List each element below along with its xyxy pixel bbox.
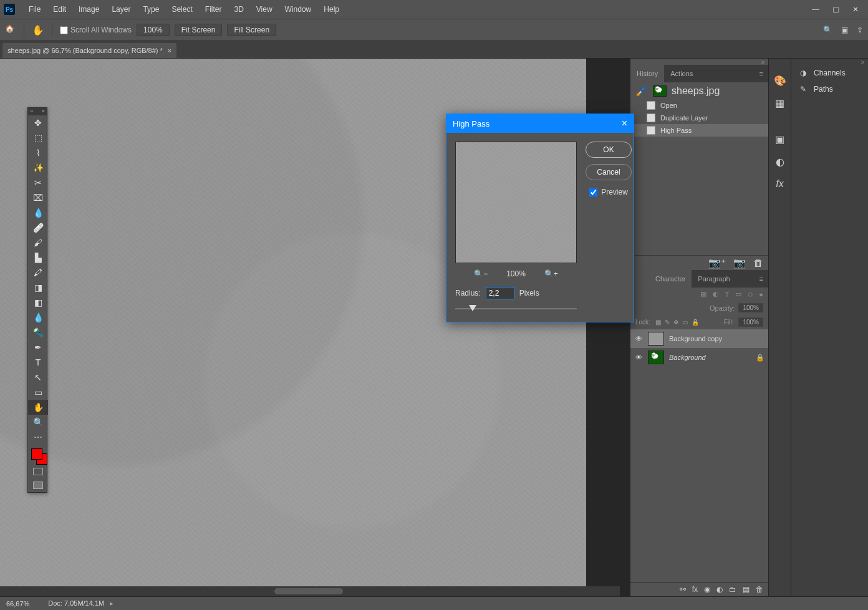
- scroll-all-windows-checkbox[interactable]: Scroll All Windows: [60, 26, 132, 34]
- healing-brush-tool[interactable]: 🩹: [28, 220, 48, 235]
- layer-fx-icon[interactable]: fx: [692, 585, 698, 594]
- document-tab[interactable]: sheeps.jpg @ 66,7% (Background copy, RGB…: [2, 43, 176, 58]
- menu-filter[interactable]: Filter: [199, 5, 228, 14]
- foreground-color[interactable]: [31, 448, 42, 460]
- dodge-tool[interactable]: 🔦: [28, 325, 48, 340]
- status-zoom[interactable]: 66,67%: [6, 600, 29, 608]
- opacity-value[interactable]: 100%: [738, 303, 763, 312]
- adjust-icon[interactable]: ◐: [713, 290, 719, 298]
- radius-slider[interactable]: [455, 304, 577, 313]
- lock-transparent-icon[interactable]: ▦: [655, 319, 661, 326]
- menu-type[interactable]: Type: [137, 5, 165, 14]
- zoom-out-icon[interactable]: 🔍−: [474, 269, 488, 278]
- group-icon[interactable]: 🗀: [729, 585, 736, 594]
- slider-handle[interactable]: [469, 305, 476, 311]
- history-step[interactable]: High Pass: [630, 124, 768, 137]
- color-panel-icon[interactable]: 🎨: [773, 74, 787, 87]
- styles-panel-icon[interactable]: fx: [773, 177, 787, 191]
- ok-button[interactable]: OK: [586, 142, 632, 158]
- dialog-close-icon[interactable]: ×: [622, 118, 627, 129]
- eraser-tool[interactable]: ◨: [28, 280, 48, 295]
- hand-tool[interactable]: ✋: [28, 400, 48, 415]
- zoom-tool[interactable]: 🔍: [28, 415, 48, 430]
- zoom-percent-button[interactable]: 100%: [137, 24, 170, 36]
- channels-panel-button[interactable]: ◑ Channels: [791, 65, 868, 81]
- history-step[interactable]: Duplicate Layer: [630, 112, 768, 124]
- history-panel-menu-icon[interactable]: ≡: [755, 70, 768, 77]
- filter-preview[interactable]: [455, 142, 577, 263]
- tab-close-icon[interactable]: ×: [168, 47, 171, 54]
- radius-input[interactable]: [486, 287, 514, 299]
- workspace-layout-icon[interactable]: ▣: [841, 26, 848, 34]
- lock-move-icon[interactable]: ✥: [673, 319, 678, 326]
- trash-icon[interactable]: 🗑: [753, 258, 763, 269]
- marquee-tool[interactable]: ⬚: [28, 130, 48, 145]
- scrollbar-thumb[interactable]: [274, 588, 343, 594]
- magic-wand-tool[interactable]: ✨: [28, 160, 48, 175]
- menu-select[interactable]: Select: [165, 5, 198, 14]
- fill-screen-button[interactable]: Fill Screen: [227, 24, 276, 36]
- layer-visibility-icon[interactable]: 👁: [634, 335, 643, 342]
- frame-tool[interactable]: ⌧: [28, 190, 48, 205]
- adjustment-layer-icon[interactable]: ◐: [716, 585, 723, 594]
- quickmask-mode[interactable]: [28, 465, 48, 478]
- pixel-grid-icon[interactable]: ▦: [700, 290, 706, 298]
- eyedropper-tool[interactable]: 💧: [28, 205, 48, 220]
- history-brush-tool[interactable]: 🖍: [28, 265, 48, 280]
- new-snapshot-icon[interactable]: 📷⁺: [708, 257, 726, 269]
- menu-help[interactable]: Help: [317, 5, 345, 14]
- history-tab[interactable]: History: [630, 65, 664, 82]
- dialog-titlebar[interactable]: High Pass ×: [446, 114, 634, 133]
- search-icon[interactable]: 🔍: [823, 26, 832, 34]
- character-tab[interactable]: Character: [630, 270, 692, 288]
- adjustments-panel-icon[interactable]: ◐: [773, 155, 787, 168]
- link-layers-icon[interactable]: ⚯: [680, 585, 686, 594]
- blur-tool[interactable]: 💧: [28, 310, 48, 325]
- character-panel-menu-icon[interactable]: ≡: [755, 275, 768, 283]
- layer-mask-icon[interactable]: ◉: [704, 585, 710, 594]
- menu-3d[interactable]: 3D: [228, 5, 249, 14]
- zoom-in-icon[interactable]: 🔍+: [544, 269, 558, 278]
- color-swatches[interactable]: [28, 447, 47, 465]
- dot-icon[interactable]: ●: [759, 291, 763, 298]
- lock-paint-icon[interactable]: ✎: [665, 319, 670, 326]
- delete-layer-icon[interactable]: 🗑: [756, 585, 763, 594]
- scroll-all-checkbox-input[interactable]: [60, 26, 68, 34]
- actions-tab[interactable]: Actions: [664, 65, 699, 82]
- menu-view[interactable]: View: [250, 5, 279, 14]
- link-shape-icon[interactable]: ◇: [748, 290, 753, 298]
- lasso-tool[interactable]: ⌇: [28, 145, 48, 160]
- horizontal-scrollbar[interactable]: [0, 586, 620, 596]
- path-selection-tool[interactable]: ↖: [28, 370, 48, 385]
- new-layer-icon[interactable]: ▤: [743, 585, 750, 594]
- layer-lock-icon[interactable]: 🔒: [756, 354, 764, 362]
- window-close-button[interactable]: ✕: [847, 3, 864, 16]
- toolbox-header[interactable]: »×: [28, 108, 47, 115]
- properties-panel-icon[interactable]: ▣: [773, 132, 787, 146]
- type-icon[interactable]: T: [725, 291, 730, 298]
- menu-image[interactable]: Image: [72, 5, 105, 14]
- cancel-button[interactable]: Cancel: [586, 164, 632, 180]
- menu-window[interactable]: Window: [279, 5, 318, 14]
- menu-file[interactable]: File: [22, 5, 47, 14]
- layer-visibility-icon[interactable]: 👁: [634, 354, 643, 361]
- lock-artboard-icon[interactable]: ▭: [682, 319, 688, 326]
- paragraph-tab[interactable]: Paragraph: [692, 270, 736, 288]
- pen-tool[interactable]: ✒: [28, 340, 48, 355]
- menu-edit[interactable]: Edit: [47, 5, 72, 14]
- brush-tool[interactable]: 🖌: [28, 235, 48, 250]
- status-arrow-icon[interactable]: ▸: [110, 599, 113, 607]
- fill-value[interactable]: 100%: [738, 317, 763, 327]
- preview-checkbox-row[interactable]: Preview: [589, 188, 628, 196]
- crop-tool[interactable]: ✂: [28, 175, 48, 190]
- window-maximize-button[interactable]: ▢: [827, 3, 844, 16]
- status-doc-size[interactable]: Doc: 7,05M/14,1M: [48, 599, 104, 607]
- rectangle-tool[interactable]: ▭: [28, 385, 48, 400]
- layer-row[interactable]: 👁 Background 🔒: [630, 348, 768, 367]
- camera-icon[interactable]: 📷: [733, 257, 746, 269]
- move-tool[interactable]: ✥: [28, 115, 48, 130]
- window-minimize-button[interactable]: —: [807, 3, 824, 16]
- hand-tool-icon[interactable]: ✋: [32, 24, 44, 36]
- history-step[interactable]: Open: [630, 99, 768, 112]
- preview-checkbox[interactable]: [589, 188, 597, 196]
